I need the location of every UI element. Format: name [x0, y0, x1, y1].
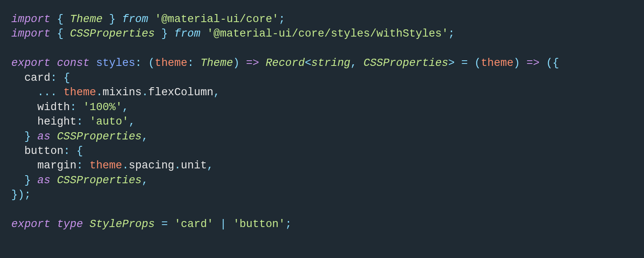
code-token: theme — [481, 57, 514, 69]
code-token: theme — [89, 160, 122, 172]
code-line: ... theme.mixins.flexColumn, — [11, 86, 220, 98]
code-token — [31, 131, 37, 143]
code-line: import { CSSProperties } from '@material… — [11, 28, 455, 40]
code-token — [11, 174, 24, 186]
code-token: type — [57, 218, 83, 230]
code-token — [11, 145, 24, 157]
code-token: '@material-ui/core' — [155, 13, 279, 25]
code-token: as — [37, 174, 50, 186]
code-token: } — [24, 174, 31, 186]
code-token: ; — [279, 13, 285, 25]
code-token: const — [57, 57, 89, 69]
code-token: ) — [18, 189, 24, 201]
code-token — [11, 160, 24, 172]
code-token: : — [70, 101, 76, 113]
code-token: export — [11, 57, 50, 69]
code-line: import { Theme } from '@material-ui/core… — [11, 13, 285, 25]
code-token: } — [109, 13, 116, 25]
code-token: => — [526, 57, 539, 69]
code-token: margin — [37, 160, 76, 172]
code-token: 'card' — [174, 218, 213, 230]
code-token: '100%' — [83, 101, 122, 113]
code-token — [11, 72, 24, 84]
code-token: Record — [266, 57, 305, 69]
code-token — [227, 218, 233, 230]
code-token — [200, 28, 207, 40]
code-token: } — [161, 28, 168, 40]
code-token: . — [142, 86, 148, 98]
code-line: height: 'auto', — [11, 116, 135, 128]
code-token: . — [122, 160, 128, 172]
code-line: } as CSSProperties, — [11, 131, 148, 143]
code-token: } — [24, 131, 31, 143]
code-token: : — [50, 72, 57, 84]
code-token — [539, 57, 546, 69]
code-token: { — [76, 145, 83, 157]
code-token: card — [24, 72, 50, 84]
code-token: , — [122, 101, 128, 113]
code-token: ( — [148, 57, 155, 69]
code-token — [116, 13, 122, 25]
code-token — [24, 116, 37, 128]
code-token — [11, 86, 24, 98]
code-token: : — [76, 160, 83, 172]
code-token: ... — [37, 86, 57, 98]
code-token: import — [11, 28, 50, 40]
code-token: { — [64, 72, 70, 84]
code-token: ) — [233, 57, 239, 69]
code-token — [194, 57, 200, 69]
code-token: export — [11, 218, 50, 230]
code-token: CSSProperties — [70, 28, 155, 40]
code-token: StyleProps — [89, 218, 155, 230]
code-token: => — [246, 57, 259, 69]
code-token: , — [142, 174, 148, 186]
code-token — [50, 131, 57, 143]
code-token — [455, 57, 461, 69]
code-token: spacing — [129, 160, 174, 172]
code-token — [50, 174, 57, 186]
code-token — [520, 57, 526, 69]
code-token: ) — [514, 57, 520, 69]
code-token — [31, 174, 37, 186]
code-token: Theme — [70, 13, 103, 25]
code-token: : — [64, 145, 70, 157]
code-token: ; — [285, 218, 292, 230]
code-token: string — [311, 57, 350, 69]
code-token: , — [129, 116, 135, 128]
code-token: 'button' — [233, 218, 285, 230]
code-token — [24, 160, 37, 172]
code-token — [83, 218, 89, 230]
code-token: < — [305, 57, 311, 69]
code-token: ; — [24, 189, 31, 201]
code-token: = — [461, 57, 468, 69]
code-token — [103, 13, 109, 25]
code-token: , — [142, 131, 148, 143]
code-line: button: { — [11, 145, 83, 157]
code-token: 'auto' — [89, 116, 128, 128]
code-token: { — [553, 57, 559, 69]
code-token — [89, 57, 96, 69]
code-token — [57, 86, 63, 98]
code-line: margin: theme.spacing.unit, — [11, 160, 213, 172]
code-token: button — [24, 145, 63, 157]
code-token: : — [135, 57, 142, 69]
code-token: : — [76, 116, 83, 128]
code-token: styles — [96, 57, 135, 69]
code-token — [168, 28, 174, 40]
code-token: : — [187, 57, 194, 69]
code-token — [155, 28, 161, 40]
code-token: flexColumn — [148, 86, 213, 98]
code-token: CSSProperties — [363, 57, 448, 69]
code-token: from — [122, 13, 148, 25]
code-token: mixins — [103, 86, 142, 98]
code-token — [76, 101, 83, 113]
code-token: Theme — [200, 57, 233, 69]
code-token — [70, 145, 76, 157]
code-token — [50, 28, 57, 40]
code-token: unit — [181, 160, 207, 172]
code-token: height — [37, 116, 76, 128]
code-token: CSSProperties — [57, 131, 142, 143]
code-token — [11, 101, 24, 113]
code-token: | — [220, 218, 227, 230]
code-token — [50, 218, 57, 230]
